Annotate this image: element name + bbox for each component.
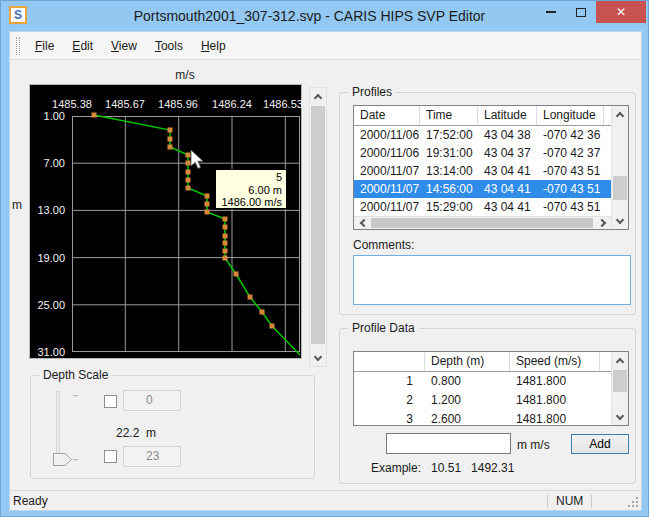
minimize-button[interactable] [536, 1, 566, 23]
menu-edit[interactable]: Edit [63, 35, 102, 57]
chevron-down-icon [616, 412, 624, 420]
profiles-header-cell[interactable]: Date [354, 106, 420, 125]
y-tick-label: 19.00 [30, 252, 68, 264]
profile-data-scroll-down-button[interactable] [612, 409, 628, 425]
profile-data-point[interactable] [168, 137, 173, 142]
close-button[interactable]: ✕ [596, 1, 646, 23]
menu-file[interactable]: File [26, 35, 63, 57]
upper-depth-field[interactable]: 0 [123, 390, 181, 411]
profiles-cell: 2000/11/06 [354, 126, 420, 144]
speed-cell: 1481.800 [510, 410, 600, 425]
chart-scrollbar[interactable] [309, 87, 327, 367]
chevron-left-icon [359, 219, 367, 227]
profile-data-point[interactable] [223, 217, 228, 222]
slider-tick [73, 395, 78, 396]
new-point-input[interactable] [386, 433, 511, 454]
profile-data-row[interactable]: 32.6001481.800 [354, 410, 611, 425]
profiles-cell: -070 43 51 [537, 198, 604, 216]
profiles-table-row[interactable]: 2000/11/0714:56:0043 04 41-070 43 51 [354, 180, 611, 198]
chart-scroll-up-button[interactable] [310, 88, 326, 104]
resize-grip[interactable] [628, 497, 638, 507]
profiles-table-row[interactable]: 2000/11/0617:52:0043 04 38-070 42 36 [354, 126, 611, 144]
profiles-cell: -070 43 51 [537, 162, 604, 180]
x-tick-label: 1485.96 [153, 98, 203, 110]
depth-cell: 1.200 [425, 391, 510, 410]
profile-data-point[interactable] [205, 194, 210, 199]
profile-data-vscrollbar[interactable] [611, 352, 628, 425]
profile-data-point[interactable] [260, 310, 265, 315]
profiles-table-row[interactable]: 2000/11/0715:29:0043 04 41-070 43 51 [354, 198, 611, 216]
profiles-vscrollbar[interactable] [611, 106, 628, 229]
upper-depth-checkbox[interactable] [104, 395, 117, 408]
profile-data-point[interactable] [223, 241, 228, 246]
lower-depth-checkbox[interactable] [104, 450, 117, 463]
profile-data-point[interactable] [234, 272, 239, 277]
profiles-table-row[interactable]: 2000/11/0619:31:0043 04 37-070 42 37 [354, 144, 611, 162]
lower-depth-field[interactable]: 23 [123, 446, 181, 467]
mouse-cursor-icon [190, 149, 206, 171]
profiles-cell: 13:14:00 [420, 162, 478, 180]
profiles-group: Profiles DateTimeLatitudeLongitude 2000/… [339, 92, 636, 315]
profiles-table: DateTimeLatitudeLongitude 2000/11/0617:5… [353, 105, 629, 230]
chart-x-unit-label: m/s [155, 68, 215, 82]
menu-tools[interactable]: Tools [146, 35, 192, 57]
profiles-header-cell[interactable]: Longitude [537, 106, 604, 125]
profile-data-point[interactable] [205, 202, 210, 207]
row-number-cell: 3 [354, 410, 425, 425]
menu-help[interactable]: Help [192, 35, 235, 57]
profiles-scroll-up-button[interactable] [612, 106, 628, 122]
entry-unit-label: m m/s [517, 438, 550, 452]
profile-data-row[interactable]: 21.2001481.800 [354, 391, 611, 410]
profiles-hscroll-thumb[interactable] [371, 218, 593, 228]
profile-data-header-cell[interactable]: Depth (m) [425, 352, 510, 371]
profile-data-vscroll-thumb[interactable] [613, 370, 627, 392]
profile-data-row[interactable]: 10.8001481.800 [354, 372, 611, 391]
profile-data-point[interactable] [92, 113, 97, 118]
profile-data-point[interactable] [223, 225, 228, 230]
profile-data-point[interactable] [223, 249, 228, 254]
svp-profile-plot[interactable] [72, 116, 300, 358]
comments-textarea[interactable] [353, 255, 631, 305]
maximize-button[interactable] [566, 1, 596, 23]
profiles-scroll-down-button[interactable] [612, 213, 628, 229]
profile-data-scroll-up-button[interactable] [612, 352, 628, 368]
profile-data-point[interactable] [223, 234, 228, 239]
profile-data-table-header: Depth (m)Speed (m/s) [354, 352, 611, 372]
profile-data-point[interactable] [223, 256, 228, 261]
profile-data-point[interactable] [168, 128, 173, 133]
y-tick-label: 13.00 [30, 204, 68, 216]
chart-scroll-thumb[interactable] [311, 106, 325, 344]
profiles-cell: 2000/11/07 [354, 180, 420, 198]
depth-scale-slider-thumb[interactable] [53, 453, 72, 466]
add-button[interactable]: Add [571, 434, 629, 454]
profiles-header-cell[interactable]: Time [420, 106, 478, 125]
status-ready-text: Ready [13, 494, 48, 508]
profile-data-point[interactable] [248, 295, 253, 300]
profile-data-point[interactable] [270, 324, 275, 329]
close-icon: ✕ [616, 5, 626, 19]
profile-data-point[interactable] [205, 210, 210, 215]
menu-view[interactable]: View [102, 35, 146, 57]
x-tick-label: 1485.38 [47, 98, 97, 110]
title-bar: S Portsmouth2001_307-312.svp - CARIS HIP… [1, 1, 648, 31]
profiles-cell: 2000/11/07 [354, 162, 420, 180]
profiles-scroll-left-button[interactable] [354, 217, 370, 229]
profile-data-header-cell[interactable] [354, 352, 425, 371]
profile-data-point[interactable] [186, 186, 191, 191]
profile-data-point[interactable] [168, 145, 173, 150]
chart-scroll-down-button[interactable] [310, 350, 326, 366]
profile-data-header-cell[interactable] [600, 352, 611, 371]
profiles-header-cell[interactable]: Latitude [478, 106, 537, 125]
profiles-table-header: DateTimeLatitudeLongitude [354, 106, 611, 126]
profile-data-point[interactable] [186, 178, 191, 183]
profiles-table-row[interactable]: 2000/11/0713:14:0043 04 41-070 43 51 [354, 162, 611, 180]
toolbar-grip-icon[interactable] [16, 37, 20, 55]
profile-data-header-cell[interactable]: Speed (m/s) [510, 352, 600, 371]
profiles-scroll-right-button[interactable] [595, 217, 611, 229]
profiles-cell: -070 42 36 [537, 126, 604, 144]
y-tick-label: 31.00 [30, 346, 68, 358]
svp-chart[interactable]: 1485.381485.671485.961486.241486.53 1.00… [29, 84, 302, 359]
profiles-header-cell[interactable] [604, 106, 611, 125]
profiles-vscroll-thumb[interactable] [613, 176, 627, 200]
profiles-hscrollbar[interactable] [354, 216, 611, 229]
